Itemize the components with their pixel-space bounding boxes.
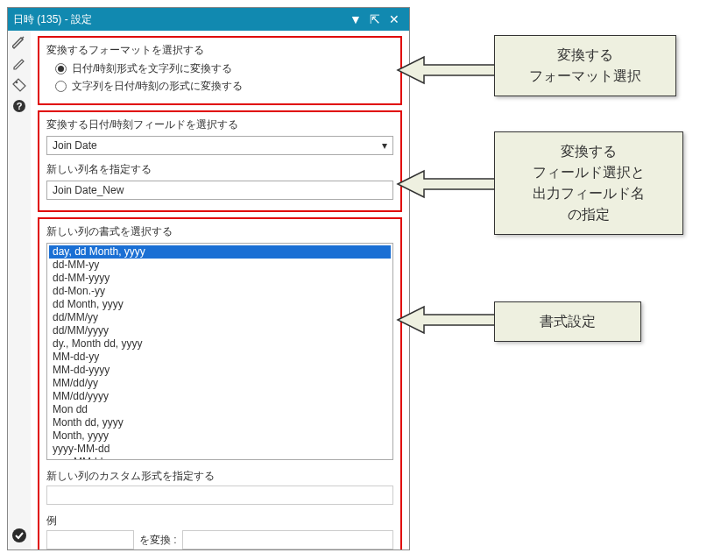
callout-field-select: 変換する フィールド選択と 出力フィールド名 の指定 [494,131,683,235]
example-output [182,530,393,549]
field-select[interactable]: Join Date [46,136,393,155]
list-item[interactable]: dd/MM/yyyy [49,324,391,337]
example-label: 例 [46,514,393,528]
toolstrip: ? [8,31,31,549]
callout-format-setting: 書式設定 [494,301,641,342]
format-section: 新しい列の書式を選択する day, dd Month, yyyydd-MM-yy… [38,217,402,549]
newcol-label: 新しい列名を指定する [46,162,393,177]
radio-datetime-to-string[interactable]: 日付/時刻形式を文字列に変換する [55,61,393,76]
callout-format-select: 変換する フォーマット選択 [494,35,676,96]
svg-point-3 [12,528,26,542]
svg-point-0 [16,82,18,84]
pencil-icon[interactable] [11,55,28,73]
popout-icon[interactable]: ⇱ [365,13,385,25]
field-select-value: Join Date [53,139,97,152]
callout-text: 出力フィールド名 [509,183,668,204]
list-item[interactable]: Month dd, yyyy [49,416,391,429]
newcol-input[interactable]: Join Date_New [46,181,393,200]
callout-text: の指定 [509,204,668,225]
radio-label: 文字列を日付/時刻の形式に変換する [72,79,243,94]
list-item[interactable]: Month, yyyy [49,429,391,443]
example-input[interactable] [46,530,134,549]
custom-format-input[interactable] [46,486,393,505]
wand-icon[interactable] [11,34,28,52]
callout-text: 書式設定 [509,311,626,332]
svg-marker-5 [398,171,498,197]
field-select-label: 変換する日付/時刻フィールドを選択する [46,117,393,132]
list-item[interactable]: yyyy-MM-dd [49,443,391,456]
callout-text: 変換する [509,45,661,66]
convert-label: を変換 : [139,533,177,548]
format-list-label: 新しい列の書式を選択する [46,224,393,239]
list-item[interactable]: Mon dd [49,403,391,416]
titlebar: 日時 (135) - 設定 ▼ ⇱ ✕ [8,8,409,31]
format-select-section: 変換するフォーマットを選択する 日付/時刻形式を文字列に変換する 文字列を日付/… [38,36,402,105]
help-icon[interactable]: ? [11,97,28,115]
list-item[interactable]: MM/dd/yyyy [49,390,391,403]
list-item[interactable]: dy., Month dd, yyyy [49,337,391,351]
list-item[interactable]: dd Month, yyyy [49,298,391,311]
field-select-section: 変換する日付/時刻フィールドを選択する Join Date 新しい列名を指定する… [38,110,402,212]
radio-icon[interactable] [55,81,67,92]
callout-arrow [398,53,503,90]
svg-marker-4 [398,57,498,83]
callout-text: フォーマット選択 [509,66,661,87]
list-item[interactable]: MM/dd/yy [49,377,391,390]
svg-text:?: ? [17,101,23,111]
ok-icon[interactable] [11,527,28,544]
list-item[interactable]: MM-dd-yy [49,351,391,364]
config-content: 変換するフォーマットを選択する 日付/時刻形式を文字列に変換する 文字列を日付/… [31,31,409,549]
radio-icon[interactable] [55,63,67,74]
callout-arrow [398,302,503,340]
list-item[interactable]: yyyyMMdd [49,456,391,460]
list-item[interactable]: day, dd Month, yyyy [49,245,391,259]
callout-text: 変換する [509,141,668,162]
list-item[interactable]: dd/MM/yy [49,311,391,324]
radio-label: 日付/時刻形式を文字列に変換する [72,61,232,76]
newcol-value: Join Date_New [53,184,124,196]
dropdown-icon[interactable]: ▼ [346,13,365,25]
close-icon[interactable]: ✕ [385,13,404,25]
window-title: 日時 (135) - 設定 [13,12,92,27]
format-listbox[interactable]: day, dd Month, yyyydd-MM-yydd-MM-yyyydd-… [46,243,393,460]
radio-string-to-datetime[interactable]: 文字列を日付/時刻の形式に変換する [55,79,393,94]
custom-format-label: 新しい列のカスタム形式を指定する [46,469,393,484]
callout-arrow [398,167,503,204]
list-item[interactable]: dd-MM-yyyy [49,272,391,285]
callout-text: フィールド選択と [509,162,668,183]
svg-marker-6 [398,307,498,333]
list-item[interactable]: dd-Mon.-yy [49,285,391,298]
format-section-title: 変換するフォーマットを選択する [46,43,393,58]
tag-icon[interactable] [11,76,28,94]
config-window: 日時 (135) - 設定 ▼ ⇱ ✕ ? 変換 [7,7,410,550]
list-item[interactable]: dd-MM-yy [49,259,391,272]
list-item[interactable]: MM-dd-yyyy [49,364,391,377]
